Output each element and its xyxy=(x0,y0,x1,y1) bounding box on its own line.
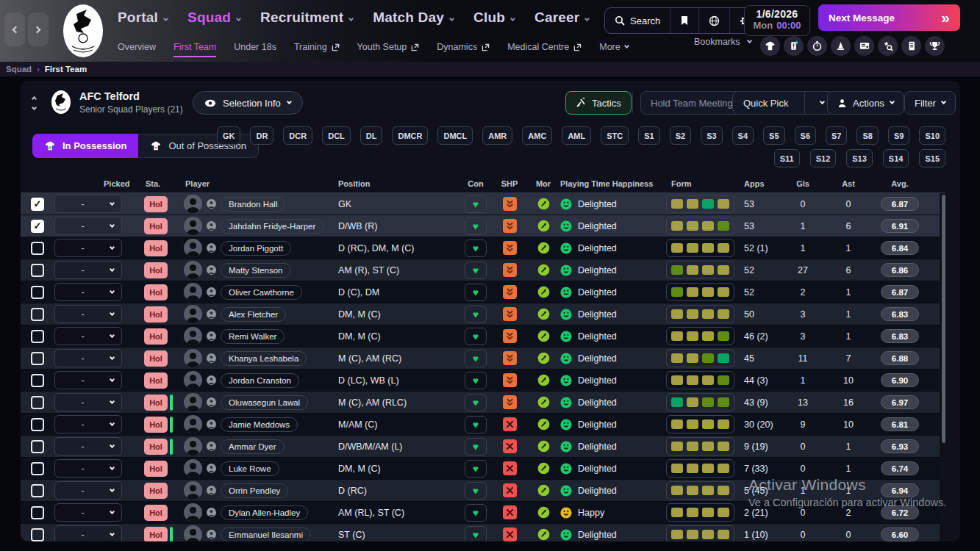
table-row[interactable]: ✓ - Hol Khanya Leshabela M (C), AM (RC) … xyxy=(21,347,940,370)
form-indicator[interactable] xyxy=(666,305,734,323)
player-name[interactable]: Jahdahn Fridye-Harper xyxy=(221,219,323,234)
table-row[interactable]: ✓ - Hol Oliver Cawthorne D (C), DM ♥ Del… xyxy=(21,281,940,303)
row-checkbox[interactable]: ✓ xyxy=(31,418,44,431)
player-name[interactable]: Oliver Cawthorne xyxy=(221,285,302,300)
actions-button[interactable]: Actions xyxy=(827,91,904,115)
col-avg[interactable]: Avg. xyxy=(870,179,929,188)
position-chip-aml[interactable]: AML xyxy=(562,126,591,145)
hold-team-meeting-button[interactable]: Hold Team Meeting xyxy=(640,91,743,115)
picked-dropdown[interactable]: - xyxy=(54,195,122,213)
player-name[interactable]: Matty Stenson xyxy=(221,263,291,278)
form-indicator[interactable] xyxy=(666,503,734,522)
player-name[interactable]: Dylan Allen-Hadley xyxy=(221,505,308,520)
col-position[interactable]: Position xyxy=(338,179,370,188)
scout-star-search-icon[interactable] xyxy=(878,36,898,56)
row-checkbox[interactable]: ✓ xyxy=(31,462,44,475)
table-row[interactable]: ✓ - Hol Ammar Dyer D/WB/M/AM (L) ♥ Delig… xyxy=(21,436,940,458)
form-indicator[interactable] xyxy=(666,437,734,455)
player-avatar[interactable] xyxy=(184,327,202,345)
main-nav-item-match-day[interactable]: Match Day xyxy=(373,10,454,26)
breadcrumb-parent[interactable]: Squad xyxy=(6,65,32,73)
player-avatar[interactable] xyxy=(184,525,202,541)
player-avatar[interactable] xyxy=(184,283,202,301)
sub-nav-item-under-18s[interactable]: Under 18s xyxy=(234,42,276,52)
table-row[interactable]: ✓ - Hol Remi Walker DM, M (C) ♥ Delighte… xyxy=(21,325,940,347)
player-name[interactable]: Orrin Pendley xyxy=(221,483,288,498)
player-name[interactable]: Ammar Dyer xyxy=(221,439,285,454)
form-indicator[interactable] xyxy=(666,459,734,478)
collapse-controls[interactable] xyxy=(32,97,36,109)
col-form[interactable]: Form xyxy=(671,179,692,188)
player-name[interactable]: Oluwasegun Lawal xyxy=(221,395,308,410)
position-chip-dr[interactable]: DR xyxy=(250,126,273,145)
row-checkbox[interactable]: ✓ xyxy=(31,330,44,343)
player-avatar[interactable] xyxy=(184,415,202,433)
picked-dropdown[interactable]: - xyxy=(54,393,122,411)
position-chip-s6[interactable]: S6 xyxy=(795,126,816,145)
row-checkbox[interactable]: ✓ xyxy=(31,506,44,519)
bookmarks-dropdown[interactable]: Bookmarks xyxy=(694,37,751,47)
player-avatar[interactable] xyxy=(184,503,202,522)
row-checkbox[interactable]: ✓ xyxy=(31,528,44,541)
form-indicator[interactable] xyxy=(666,283,734,301)
card-alert-icon[interactable] xyxy=(784,36,804,56)
form-indicator[interactable] xyxy=(666,217,734,235)
player-name[interactable]: Alex Fletcher xyxy=(221,307,286,322)
player-name[interactable]: Jamie Meddows xyxy=(221,417,298,432)
filter-button[interactable]: Filter xyxy=(904,91,956,115)
row-checkbox[interactable]: ✓ xyxy=(31,286,44,299)
table-row[interactable]: ✓ - Hol Orrin Pendley D (RC) ♥ Delighted… xyxy=(21,480,940,502)
row-checkbox[interactable]: ✓ xyxy=(31,220,44,233)
sub-nav-item-dynamics[interactable]: Dynamics xyxy=(437,42,490,52)
row-checkbox[interactable]: ✓ xyxy=(31,352,44,365)
row-checkbox[interactable]: ✓ xyxy=(31,242,44,255)
main-nav-item-squad[interactable]: Squad xyxy=(187,10,240,26)
position-chip-stc[interactable]: STC xyxy=(601,126,629,145)
row-checkbox[interactable]: ✓ xyxy=(31,396,44,409)
position-chip-s8[interactable]: S8 xyxy=(856,126,878,145)
table-row[interactable]: ✓ - Hol Alex Fletcher DM, M (C) ♥ Deligh… xyxy=(21,303,940,325)
form-indicator[interactable] xyxy=(666,261,734,279)
form-indicator[interactable] xyxy=(666,195,734,213)
shirt-icon[interactable] xyxy=(760,36,780,56)
col-playing-time-happiness[interactable]: Playing Time Happiness xyxy=(560,179,653,188)
picked-dropdown[interactable]: - xyxy=(54,437,122,455)
player-avatar[interactable] xyxy=(184,305,202,323)
picked-dropdown[interactable]: - xyxy=(54,217,122,235)
table-row[interactable]: ✓ - Hol Brandon Hall GK ♥ Delighted 53 0… xyxy=(21,193,940,215)
form-indicator[interactable] xyxy=(666,239,734,257)
player-avatar[interactable] xyxy=(184,239,202,257)
stopwatch-icon[interactable] xyxy=(807,36,827,56)
table-row[interactable]: ✓ - Hol Emmanuel Ilesanmi ST (C) ♥ Delig… xyxy=(21,524,940,541)
picked-dropdown[interactable]: - xyxy=(54,459,122,478)
player-name[interactable]: Brandon Hall xyxy=(221,197,285,212)
picked-dropdown[interactable]: - xyxy=(54,481,122,500)
col-ast[interactable]: Ast xyxy=(826,179,870,188)
picked-dropdown[interactable]: - xyxy=(54,525,122,541)
player-avatar[interactable] xyxy=(184,371,202,389)
col-picked[interactable]: Picked xyxy=(104,179,129,188)
row-checkbox[interactable]: ✓ xyxy=(31,308,44,321)
history-back-button[interactable] xyxy=(4,12,25,46)
picked-dropdown[interactable]: - xyxy=(54,305,122,323)
form-indicator[interactable] xyxy=(666,371,734,389)
form-indicator[interactable] xyxy=(666,481,734,500)
picked-dropdown[interactable]: - xyxy=(54,415,122,433)
history-forward-button[interactable] xyxy=(28,12,49,46)
position-chip-s14[interactable]: S14 xyxy=(883,149,909,168)
table-row[interactable]: ✓ - Hol Oluwasegun Lawal M (C), AM (RLC)… xyxy=(21,392,940,414)
position-chip-dl[interactable]: DL xyxy=(360,126,383,145)
position-chip-dmcr[interactable]: DMCR xyxy=(392,126,428,145)
form-indicator[interactable] xyxy=(666,349,734,367)
table-row[interactable]: ✓ - Hol Jordan Piggott D (RC), DM, M (C)… xyxy=(21,237,940,259)
position-chip-s2[interactable]: S2 xyxy=(670,126,691,145)
position-chip-s15[interactable]: S15 xyxy=(919,149,945,168)
table-row[interactable]: ✓ - Hol Matty Stenson AM (R), ST (C) ♥ D… xyxy=(21,259,940,281)
position-chip-s4[interactable]: S4 xyxy=(732,126,754,145)
quick-pick-button[interactable]: Quick Pick xyxy=(732,91,834,115)
tactics-button[interactable]: Tactics xyxy=(565,91,632,115)
row-checkbox[interactable]: ✓ xyxy=(31,484,44,497)
position-chip-s3[interactable]: S3 xyxy=(701,126,722,145)
player-name[interactable]: Luke Rowe xyxy=(221,461,279,476)
sub-nav-item-youth-setup[interactable]: Youth Setup xyxy=(357,42,420,52)
